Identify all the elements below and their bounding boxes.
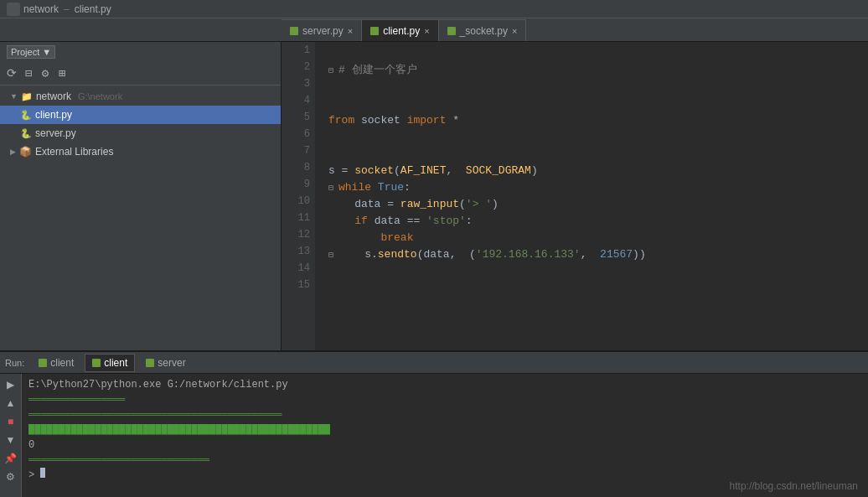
run-tab-client2-label: client	[104, 357, 127, 369]
prompt-str: '> '	[466, 198, 492, 210]
folder-arrow-icon: ▼	[10, 92, 18, 101]
project-label: Project	[11, 47, 39, 57]
tree-network-folder[interactable]: ▼ 📁 network G:\network	[0, 87, 281, 106]
tab-client-close[interactable]: ×	[424, 26, 429, 36]
comment-line: # 创建一个客户	[338, 64, 417, 76]
tab-client[interactable]: client.py ×	[362, 19, 438, 41]
run-dot-3	[146, 359, 154, 367]
title-sep: –	[64, 3, 70, 15]
run-out-3: ████████████████████████████████████████…	[28, 422, 861, 437]
run-label: Run:	[5, 358, 24, 368]
af-inet: AF_INET	[400, 164, 447, 177]
sync-icon[interactable]: ⟳	[5, 67, 18, 80]
if-keyword: if	[354, 215, 368, 227]
watermark: http://blog.csdn.net/lineuman	[730, 480, 858, 492]
run-cmd-line: E:\Python27\python.exe G:/network/client…	[28, 377, 861, 392]
fold-icon-1[interactable]: ⊟	[328, 63, 338, 73]
run-tab-client1[interactable]: client	[31, 354, 81, 372]
sock-dgram: SOCK_DGRAM	[466, 164, 531, 177]
client-file-icon	[370, 27, 379, 35]
project-dropdown[interactable]: Project ▼	[7, 45, 55, 59]
tab-server-close[interactable]: ×	[348, 26, 353, 36]
title-bar: network – client.py	[0, 0, 868, 18]
run-stop-button[interactable]: ■	[3, 414, 18, 429]
layout-icon[interactable]: ⊞	[55, 67, 69, 80]
run-content-area: ▶ ▲ ■ ▼ 📌 ⚙ E:\Python27\python.exe G:/ne…	[0, 374, 868, 497]
fold-icon-while[interactable]: ⊟	[328, 180, 338, 190]
run-tab-bar: Run: client client server	[0, 352, 868, 374]
folder-icon: 📁	[21, 91, 33, 102]
run-tab-client1-label: client	[50, 357, 74, 369]
run-output: E:\Python27\python.exe G:/network/client…	[22, 374, 868, 497]
extlib-arrow-icon: ▶	[10, 148, 16, 156]
raw-input-func: raw_input	[400, 198, 459, 210]
run-play-button[interactable]: ▶	[3, 377, 18, 392]
settings-icon[interactable]: ⚙	[39, 67, 52, 80]
socket-file-icon	[447, 27, 456, 35]
fold-icon-sendto[interactable]: ⊟	[328, 247, 338, 257]
tree-client-file[interactable]: 🐍 client.py	[0, 106, 281, 124]
run-down-button[interactable]: ▼	[3, 432, 18, 448]
tree-extlib-label: External Libraries	[35, 146, 113, 158]
project-header: Project ▼	[0, 42, 281, 62]
sendto-func: sendto	[378, 248, 417, 261]
run-dot-2	[92, 359, 101, 367]
line-numbers: 1 2 3 4 5 6 7 8 9 10 11 12 13 14 15	[282, 42, 315, 350]
tree-server-label: server.py	[35, 127, 76, 139]
tab-bar: server.py × client.py × _socket.py ×	[0, 18, 868, 42]
tab-client-label: client.py	[383, 25, 420, 37]
tree-external-libraries[interactable]: ▶ 📦 External Libraries	[0, 142, 281, 161]
run-tab-client2[interactable]: client	[85, 354, 135, 372]
run-dot-1	[39, 359, 47, 367]
run-pin-button[interactable]: 📌	[3, 451, 18, 466]
run-out-2: ════════════════════════════════════════…	[28, 407, 861, 422]
from-keyword: from	[328, 114, 354, 127]
socket-call: socket	[354, 164, 394, 177]
app-icon	[7, 3, 20, 16]
stop-str: 'stop'	[426, 215, 466, 227]
network-path: G:\network	[78, 91, 122, 101]
server-file-icon	[290, 27, 298, 35]
code-container: 1 2 3 4 5 6 7 8 9 10 11 12 13 14 15 ⊟# 创…	[282, 42, 868, 350]
port-num: 21567	[600, 248, 633, 261]
run-settings-button[interactable]: ⚙	[3, 469, 18, 484]
server-icon: 🐍	[20, 128, 32, 139]
ip-addr: '192.168.16.133'	[476, 248, 581, 261]
tab-socket-close[interactable]: ×	[512, 26, 517, 36]
run-toolbar: ▶ ▲ ■ ▼ 📌 ⚙	[0, 374, 22, 497]
title-network: network	[23, 3, 59, 15]
true-val: True	[378, 181, 404, 194]
tab-socket[interactable]: _socket.py ×	[439, 19, 527, 41]
code-content[interactable]: ⊟# 创建一个客户 from socket import * s = socke…	[315, 42, 868, 350]
bottom-panel: Run: client client server ▶ ▲ ■ ▼ 📌 ⚙ E:…	[0, 350, 868, 497]
run-up-button[interactable]: ▲	[3, 396, 18, 411]
tab-socket-label: _socket.py	[460, 25, 508, 37]
client-icon: 🐍	[20, 110, 32, 121]
run-out-4: 0	[28, 437, 861, 453]
run-out-5: ══════════════════════════════	[28, 453, 861, 468]
tab-server[interactable]: server.py ×	[282, 19, 362, 41]
tree-client-label: client.py	[35, 109, 72, 121]
run-out-1: ════════════════	[28, 392, 861, 407]
tab-server-label: server.py	[302, 25, 344, 37]
while-keyword: while	[338, 181, 371, 194]
sidebar-toolbar: ⟳ ⊟ ⚙ ⊞	[0, 62, 281, 85]
tree-server-file[interactable]: 🐍 server.py	[0, 124, 281, 142]
extlib-icon: 📦	[19, 146, 32, 158]
dropdown-arrow-icon: ▼	[42, 47, 51, 57]
run-tab-server[interactable]: server	[138, 354, 193, 372]
title-client: client.py	[75, 3, 111, 15]
collapse-icon[interactable]: ⊟	[22, 67, 35, 80]
break-keyword: break	[380, 231, 413, 244]
import-keyword: import	[407, 114, 447, 127]
run-tab-server-label: server	[158, 357, 185, 369]
tree-network-label: network	[36, 91, 71, 102]
